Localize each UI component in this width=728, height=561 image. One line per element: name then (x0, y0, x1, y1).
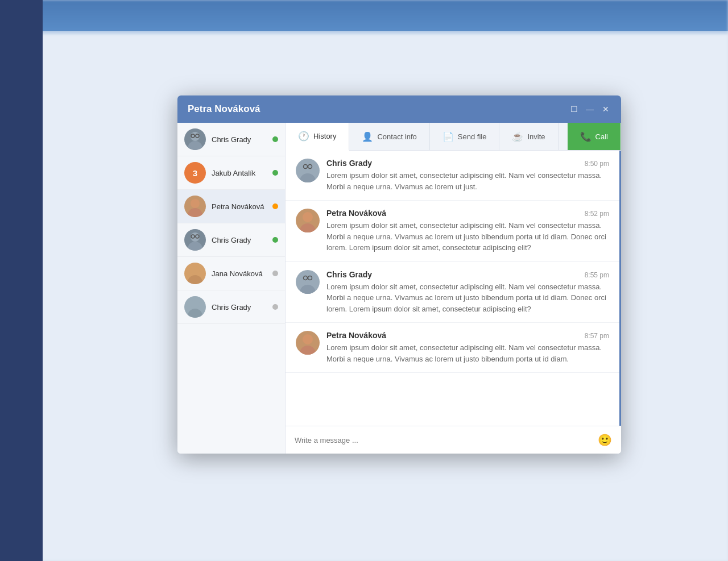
svg-point-6 (188, 208, 202, 217)
tab-call-label: Call (595, 132, 608, 141)
message-text-4: Lorem ipsum dolor sit amet, consectetur … (326, 342, 609, 364)
contact-item-4[interactable]: Chris Grady (177, 223, 285, 257)
history-icon: 🕐 (298, 131, 309, 142)
contact-avatar-5 (184, 263, 206, 284)
restore-button[interactable]: ☐ (569, 104, 579, 114)
message-sender-3: Chris Grady (326, 270, 372, 279)
sidebar (0, 0, 43, 561)
svg-point-14 (191, 300, 200, 309)
svg-point-8 (188, 242, 202, 251)
svg-point-15 (188, 309, 202, 318)
svg-point-0 (191, 132, 200, 141)
tab-contact-info-label: Contact info (377, 132, 416, 141)
message-time-1: 8:50 pm (585, 160, 609, 168)
call-icon: 📞 (580, 131, 592, 142)
contact-avatar-1 (184, 128, 206, 150)
message-avatar-3 (296, 270, 320, 294)
svg-point-1 (188, 141, 202, 150)
svg-point-29 (300, 346, 316, 355)
contacts-panel: Chris Grady 3 Jakub Antalík Petra Nováko… (177, 123, 286, 454)
message-avatar-1 (296, 159, 320, 182)
tab-contact-info[interactable]: 👤 Contact info (349, 123, 429, 150)
message-header-2: Petra Nováková 8:52 pm (326, 209, 609, 218)
status-online-1 (272, 136, 278, 142)
status-offline-6 (272, 304, 278, 310)
svg-point-13 (188, 275, 202, 284)
message-time-3: 8:55 pm (585, 271, 609, 279)
contact-item-5[interactable]: Jana Nováková (177, 257, 285, 290)
contact-avatar-6 (184, 296, 206, 318)
contact-name-2: Jakub Antalík (212, 169, 267, 177)
chat-tabs: 🕐 History 👤 Contact info 📄 Send file ☕ I… (286, 123, 621, 151)
contact-item-6[interactable]: Chris Grady (177, 290, 285, 324)
message-header-3: Chris Grady 8:55 pm (326, 270, 609, 279)
invite-icon: ☕ (512, 131, 523, 142)
message-sender-1: Chris Grady (326, 159, 372, 168)
modal-controls: ☐ — ✕ (569, 104, 611, 114)
tab-send-file-label: Send file (458, 132, 487, 141)
svg-point-28 (303, 334, 313, 344)
send-file-icon: 📄 (442, 131, 454, 142)
message-time-2: 8:52 pm (585, 210, 609, 218)
modal-body: Chris Grady 3 Jakub Antalík Petra Nováko… (177, 123, 621, 454)
message-sender-4: Petra Nováková (326, 331, 386, 340)
contact-avatar-4 (184, 229, 206, 251)
svg-point-12 (191, 266, 200, 275)
contact-avatar-3 (184, 196, 206, 217)
status-online-4 (272, 237, 278, 243)
contact-name-3: Petra Nováková (212, 202, 267, 211)
contact-name-5: Jana Nováková (212, 269, 267, 278)
message-text-1: Lorem ipsum dolor sit amet, consectetur … (326, 170, 609, 192)
message-content-2: Petra Nováková 8:52 pm Lorem ipsum dolor… (326, 209, 609, 254)
contact-item-3[interactable]: Petra Nováková (177, 190, 285, 223)
close-button[interactable]: ✕ (601, 104, 611, 114)
modal-title: Petra Nováková (188, 103, 260, 115)
contact-name-6: Chris Grady (212, 303, 267, 311)
message-content-3: Chris Grady 8:55 pm Lorem ipsum dolor si… (326, 270, 609, 315)
svg-point-21 (303, 212, 313, 222)
svg-point-24 (300, 285, 316, 294)
svg-point-5 (191, 199, 200, 208)
emoji-button[interactable]: 🙂 (598, 433, 612, 447)
tab-history-label: History (313, 132, 336, 140)
message-item-3: Chris Grady 8:55 pm Lorem ipsum dolor si… (286, 262, 619, 323)
status-online-2 (272, 170, 278, 176)
contact-name-1: Chris Grady (212, 135, 267, 144)
messages-area: Chris Grady 8:50 pm Lorem ipsum dolor si… (286, 151, 621, 426)
message-content-1: Chris Grady 8:50 pm Lorem ipsum dolor si… (326, 159, 609, 192)
status-away-3 (272, 203, 278, 209)
message-text-3: Lorem ipsum dolor sit amet, consectetur … (326, 281, 609, 315)
tab-send-file[interactable]: 📄 Send file (430, 123, 500, 150)
message-time-4: 8:57 pm (585, 332, 609, 340)
message-avatar-4 (296, 331, 320, 355)
contact-name-4: Chris Grady (212, 236, 267, 244)
message-header-4: Petra Nováková 8:57 pm (326, 331, 609, 340)
message-sender-2: Petra Nováková (326, 209, 386, 218)
unread-badge-2: 3 (193, 168, 197, 178)
tab-invite[interactable]: ☕ Invite (499, 123, 558, 150)
contact-item-1[interactable]: Chris Grady (177, 123, 285, 156)
tab-call[interactable]: 📞 Call (568, 123, 621, 150)
contact-item-2[interactable]: 3 Jakub Antalík (177, 156, 285, 190)
message-input[interactable] (295, 436, 592, 444)
chat-panel: 🕐 History 👤 Contact info 📄 Send file ☕ I… (286, 123, 621, 454)
message-content-4: Petra Nováková 8:57 pm Lorem ipsum dolor… (326, 331, 609, 364)
tab-history[interactable]: 🕐 History (286, 123, 349, 151)
tab-invite-label: Invite (527, 132, 545, 141)
modal-header: Petra Nováková ☐ — ✕ (177, 95, 621, 123)
svg-point-7 (191, 232, 200, 242)
message-avatar-2 (296, 209, 320, 232)
minimize-button[interactable]: — (585, 104, 595, 114)
message-item-2: Petra Nováková 8:52 pm Lorem ipsum dolor… (286, 201, 619, 262)
svg-point-17 (300, 173, 316, 182)
chat-modal: Petra Nováková ☐ — ✕ Chris Grady 3 Jakub… (177, 95, 621, 454)
contact-avatar-2: 3 (184, 162, 206, 184)
message-item-4: Petra Nováková 8:57 pm Lorem ipsum dolor… (286, 323, 619, 373)
svg-point-22 (300, 223, 316, 232)
message-header-1: Chris Grady 8:50 pm (326, 159, 609, 168)
message-text-2: Lorem ipsum dolor sit amet, consectetur … (326, 220, 609, 254)
message-input-area: 🙂 (286, 426, 621, 454)
status-offline-5 (272, 271, 278, 276)
message-item-1: Chris Grady 8:50 pm Lorem ipsum dolor si… (286, 151, 619, 201)
contact-info-icon: 👤 (362, 131, 373, 142)
